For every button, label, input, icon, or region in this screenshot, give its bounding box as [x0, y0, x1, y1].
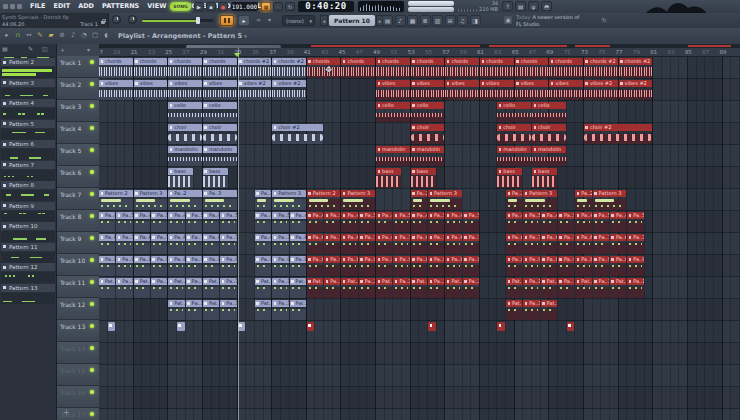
- clip-pa-8[interactable]: Pa..8: [203, 256, 219, 276]
- clip-chords[interactable]: chords: [480, 58, 514, 78]
- clip-pa-7[interactable]: Pa..7: [558, 234, 574, 254]
- track-mute-led[interactable]: [90, 324, 94, 328]
- clip-pa-6[interactable]: Pa..6: [541, 234, 557, 254]
- clip-pat-0[interactable]: Pat..0: [341, 278, 357, 298]
- plugin-picker-button[interactable]: ⊞: [445, 15, 456, 26]
- add-track-button[interactable]: +: [63, 408, 70, 417]
- clip-mandolin[interactable]: mandolin: [532, 146, 566, 166]
- clip-bass[interactable]: bass: [203, 168, 228, 188]
- track-header-16[interactable]: Track 16: [57, 386, 99, 408]
- tuner-button[interactable]: ♫: [457, 15, 468, 26]
- track-name[interactable]: Track 12: [60, 301, 85, 308]
- clip-chords[interactable]: chords: [168, 58, 202, 78]
- track-name[interactable]: Track 1: [60, 59, 81, 66]
- clip-chords[interactable]: chords: [99, 58, 133, 78]
- clip-pattern-3[interactable]: Pattern 3: [593, 190, 627, 210]
- clip-pat-0[interactable]: Pat..0: [506, 278, 522, 298]
- paint-icon[interactable]: ▰: [46, 30, 56, 41]
- clip-pa-7[interactable]: Pa..7: [186, 234, 202, 254]
- clip-pa-1[interactable]: Pa..1: [558, 278, 574, 298]
- picker-grid-icon[interactable]: ▤: [2, 45, 8, 52]
- window-minimize-button[interactable]: [3, 4, 8, 9]
- browser-button[interactable]: ▥: [432, 15, 443, 26]
- clip-chords-2[interactable]: chords #2: [584, 58, 618, 78]
- clip-pa-9[interactable]: Pa..9: [523, 256, 539, 276]
- menu-item-edit[interactable]: EDIT: [49, 0, 74, 13]
- track-name[interactable]: Track 13: [60, 323, 85, 330]
- clip-pa-8[interactable]: Pa..8: [99, 256, 115, 276]
- magnet-icon[interactable]: ∩: [13, 30, 23, 41]
- track-header-13[interactable]: Track 13: [57, 320, 99, 342]
- clip-mandolin[interactable]: mandolin: [411, 146, 445, 166]
- stop-button[interactable]: ▪: [206, 2, 216, 11]
- track-mute-led[interactable]: [90, 104, 94, 108]
- mute-icon[interactable]: ♪: [68, 30, 78, 41]
- clip-vibes[interactable]: vibes: [515, 80, 549, 100]
- clip-pa-1[interactable]: Pa..1: [272, 278, 288, 298]
- clip-pa-9[interactable]: Pa..9: [627, 256, 643, 276]
- channel-rack-button[interactable]: ▦: [407, 15, 418, 26]
- clip-cello[interactable]: cello: [168, 102, 202, 122]
- clip-pat-0[interactable]: Pat..0: [168, 278, 184, 298]
- clip-bass[interactable]: bass: [376, 168, 401, 188]
- track-header-10[interactable]: Track 10: [57, 254, 99, 276]
- clip-pa-9[interactable]: Pa..9: [593, 256, 609, 276]
- track-mute-led[interactable]: [90, 214, 94, 218]
- clip-pat-0[interactable]: Pat..0: [99, 278, 115, 298]
- clip-chords[interactable]: chords: [307, 58, 341, 78]
- pattern-group-dropdown[interactable]: (none)▾: [282, 15, 315, 26]
- clip-pat-0[interactable]: Pat..0: [203, 278, 219, 298]
- clip-pa-3[interactable]: Pa..3: [523, 300, 539, 320]
- track-header-6[interactable]: Track 6: [57, 166, 99, 188]
- clip-pa-2[interactable]: Pa..2: [411, 190, 427, 210]
- clip-pa-2[interactable]: Pa..2: [575, 190, 591, 210]
- clip-pa-9[interactable]: Pa..9: [151, 256, 167, 276]
- clip-pat-0[interactable]: Pat..0: [575, 278, 591, 298]
- track-mute-led[interactable]: [90, 236, 94, 240]
- time-display[interactable]: 0:40:20: [298, 1, 354, 12]
- track-header-9[interactable]: Track 9: [57, 232, 99, 254]
- clip[interactable]: [108, 322, 116, 331]
- track-name[interactable]: Track 3: [60, 103, 81, 110]
- track-name[interactable]: Track 2: [60, 81, 81, 88]
- track-header-11[interactable]: Track 11: [57, 276, 99, 298]
- clip-vibes-2[interactable]: vibes #2: [619, 80, 653, 100]
- pattern-selector-value[interactable]: Pattern 10: [329, 15, 375, 26]
- menu-item-view[interactable]: VIEW: [143, 0, 170, 13]
- clip-pa-5[interactable]: Pa..5: [359, 212, 375, 232]
- track-name[interactable]: Track 7: [60, 191, 81, 198]
- loop-link-icon[interactable]: ∞: [256, 16, 261, 23]
- clip-pa-8[interactable]: Pa..8: [134, 256, 150, 276]
- slip-icon[interactable]: ↔: [24, 30, 34, 41]
- clip-choir[interactable]: choir: [532, 124, 566, 144]
- playlist-title[interactable]: Playlist - Arrangement - Pattern 5 ▾: [118, 32, 247, 40]
- menu-item-file[interactable]: FILE: [26, 0, 49, 13]
- slider-thumb[interactable]: [196, 17, 200, 24]
- window-close-button[interactable]: [17, 4, 22, 9]
- clip-cello[interactable]: cello: [203, 102, 237, 122]
- main-pitch-knob[interactable]: [128, 15, 137, 24]
- clip-choir[interactable]: choir: [497, 124, 531, 144]
- clip-pa-1[interactable]: Pa..1: [359, 278, 375, 298]
- clip-pa-6[interactable]: Pa..6: [203, 234, 219, 254]
- mixer-button[interactable]: ≣: [420, 15, 431, 26]
- clip-pa-6[interactable]: Pa..6: [290, 234, 306, 254]
- clip-pa-1[interactable]: Pa..1: [393, 278, 409, 298]
- track-mute-led[interactable]: [90, 368, 94, 372]
- clip-chords[interactable]: chords: [376, 58, 410, 78]
- clip-choir-2[interactable]: choir #2: [584, 124, 652, 144]
- clip-pa-4[interactable]: Pa..4: [541, 212, 557, 232]
- track-header-15[interactable]: Track 15: [57, 364, 99, 386]
- track-header-3[interactable]: Track 3: [57, 100, 99, 122]
- clip-vibes[interactable]: vibes: [99, 80, 133, 100]
- clip-pat-0[interactable]: Pat..0: [610, 278, 626, 298]
- record-button[interactable]: ●: [218, 2, 228, 11]
- clip-pa-5[interactable]: Pa..5: [523, 212, 539, 232]
- picker-item-pattern-10[interactable]: Pattern 10: [1, 222, 55, 242]
- clip-pa-1[interactable]: Pa..1: [627, 278, 643, 298]
- clip-pa-1[interactable]: Pa..1: [186, 278, 202, 298]
- clip-vibes-2[interactable]: vibes #2: [272, 80, 306, 100]
- clip-pa-2[interactable]: Pa..2: [506, 190, 522, 210]
- picker-item-pattern-2[interactable]: Pattern 2: [1, 58, 55, 78]
- picker-item-pattern-9[interactable]: Pattern 9: [1, 202, 55, 222]
